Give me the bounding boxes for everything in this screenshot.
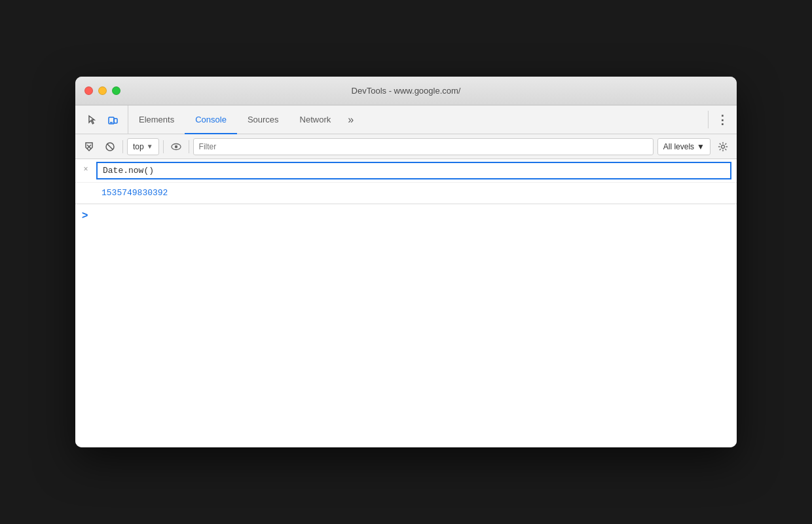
devtools-window: DevTools - www.google.com/ Elements [75, 77, 737, 447]
tab-sources[interactable]: Sources [237, 105, 289, 134]
devtools-icon-group [78, 105, 128, 134]
svg-line-7 [107, 143, 113, 149]
devtools-menu-button[interactable]: ⋮ [709, 105, 737, 134]
toolbar-divider-2 [163, 140, 164, 153]
live-expressions-button[interactable] [168, 138, 185, 155]
tab-spacer [360, 105, 708, 134]
filter-input[interactable] [193, 138, 654, 155]
entry-close-button[interactable]: × [75, 159, 96, 179]
svg-rect-1 [114, 119, 117, 123]
log-levels-selector[interactable]: All levels ▼ [657, 138, 710, 155]
tab-console[interactable]: Console [185, 105, 237, 134]
devtools-tab-bar: Elements Console Sources Network » ⋮ [75, 105, 737, 134]
toolbar-divider-3 [189, 140, 189, 153]
svg-point-9 [174, 145, 177, 147]
svg-point-10 [722, 145, 725, 148]
block-icon-button[interactable] [101, 138, 119, 155]
console-prompt-line: > [75, 204, 737, 227]
window-title: DevTools - www.google.com/ [352, 86, 461, 96]
console-result: 1535749830392 [75, 183, 737, 204]
toolbar-divider-1 [122, 140, 123, 153]
console-result-value: 1535749830392 [96, 185, 173, 200]
console-entry: × [75, 159, 737, 183]
tab-elements[interactable]: Elements [128, 105, 185, 134]
more-tabs-button[interactable]: » [341, 105, 360, 134]
tab-network[interactable]: Network [289, 105, 342, 134]
maximize-button[interactable] [112, 86, 120, 95]
minimize-button[interactable] [98, 86, 107, 95]
close-button[interactable] [84, 86, 93, 95]
traffic-lights [84, 86, 120, 95]
console-toolbar: top ▼ All levels ▼ [75, 134, 737, 159]
clear-console-button[interactable] [81, 138, 98, 155]
title-bar: DevTools - www.google.com/ [75, 77, 737, 105]
settings-button[interactable] [714, 138, 731, 155]
inspect-element-button[interactable] [83, 111, 101, 129]
prompt-chevron: > [82, 210, 88, 221]
console-input[interactable] [96, 162, 731, 179]
console-content: × 1535749830392 > [75, 159, 737, 447]
context-selector[interactable]: top ▼ [127, 138, 159, 155]
device-toggle-button[interactable] [104, 111, 122, 129]
